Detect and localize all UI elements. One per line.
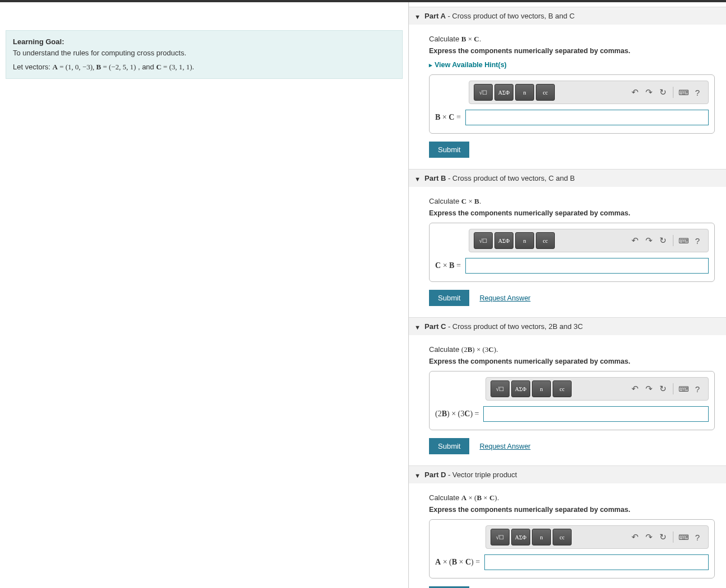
vec-b-label: B: [96, 63, 101, 71]
vectors-prefix: Let vectors:: [13, 63, 53, 71]
help-icon[interactable]: ?: [691, 234, 704, 247]
calc-times: ×: [466, 35, 474, 43]
answer-input-b[interactable]: [465, 258, 709, 274]
input-label-b: C × B =: [435, 261, 461, 270]
submit-row-b: Submit Request Answer: [429, 290, 715, 306]
part-b-subtitle: - Cross product of two vectors, C and B: [446, 174, 574, 182]
input-label-c: (2B) × (3C) =: [435, 410, 479, 418]
calc-expr: A × (B × C): [461, 493, 497, 502]
undo-icon[interactable]: ↶: [629, 86, 641, 98]
part-d-header[interactable]: ▼ Part D - Vector triple product: [409, 466, 726, 483]
part-b-title: Part B: [425, 174, 446, 182]
keyboard-icon[interactable]: ⌨: [677, 234, 690, 247]
part-c-subtitle: - Cross product of two vectors, 2B and 3…: [446, 322, 583, 331]
input-label-d: A × (B × C) =: [435, 558, 480, 567]
template-button[interactable]: √☐: [491, 380, 510, 397]
greek-button[interactable]: ΑΣΦ: [511, 529, 530, 545]
undo-icon[interactable]: ↶: [629, 383, 641, 395]
part-c-title: Part C: [425, 322, 446, 331]
calc-times: ×: [466, 197, 474, 205]
vec-c-label: C: [156, 63, 161, 71]
part-a-calc: Calculate B × C.: [429, 35, 715, 44]
part-b-body: Calculate C × B. Express the components …: [409, 187, 726, 317]
answer-input-c[interactable]: [483, 406, 709, 422]
math-toolbar: √☐ ΑΣΦ n cc ↶ ↷ ↻ ⌨ ?: [469, 81, 709, 104]
sub-button[interactable]: n: [532, 529, 551, 545]
learning-vectors: Let vectors: A = (1, 0, −3), B = (−2, 5,…: [13, 62, 395, 73]
vec-button[interactable]: cc: [536, 232, 555, 249]
greek-button[interactable]: ΑΣΦ: [494, 232, 513, 249]
caret-down-icon: ▼: [414, 13, 421, 20]
redo-icon[interactable]: ↷: [643, 86, 655, 98]
vec-c-val: = (3, 1, 1): [162, 63, 192, 71]
input-row-b: C × B =: [435, 258, 709, 274]
submit-button[interactable]: Submit: [429, 290, 469, 306]
part-c: ▼ Part C - Cross product of two vectors,…: [409, 317, 726, 465]
part-c-header[interactable]: ▼ Part C - Cross product of two vectors,…: [409, 318, 726, 335]
calc-post: .: [497, 493, 499, 502]
calc-pre: Calculate: [429, 35, 461, 43]
request-answer-link[interactable]: Request Answer: [479, 443, 530, 450]
part-d-calc: Calculate A × (B × C).: [429, 493, 715, 502]
template-button[interactable]: √☐: [491, 529, 510, 545]
keyboard-icon[interactable]: ⌨: [677, 86, 690, 98]
vec-button[interactable]: cc: [553, 529, 572, 545]
express-instruction: Express the components numerically separ…: [429, 47, 715, 55]
undo-icon[interactable]: ↶: [629, 234, 641, 247]
answer-box-c: √☐ ΑΣΦ n cc ↶ ↷ ↻ ⌨ ? (2B) × (3C) =: [429, 371, 715, 430]
part-a-header[interactable]: ▼ Part A - Cross product of two vectors,…: [409, 7, 726, 25]
separator: [673, 383, 673, 394]
part-c-body: Calculate (2B) × (3C). Express the compo…: [409, 335, 726, 465]
help-icon[interactable]: ?: [691, 86, 704, 98]
calc-pre: Calculate: [429, 493, 461, 502]
input-label-a: B × C =: [435, 113, 461, 122]
keyboard-icon[interactable]: ⌨: [677, 383, 690, 395]
main-container: Learning Goal: To understand the rules f…: [0, 2, 726, 588]
sub-button[interactable]: n: [515, 84, 534, 101]
reset-icon[interactable]: ↻: [657, 86, 669, 98]
reset-icon[interactable]: ↻: [657, 531, 669, 543]
calc-b: B: [474, 197, 479, 205]
redo-icon[interactable]: ↷: [643, 531, 655, 543]
answer-input-a[interactable]: [465, 110, 709, 125]
greek-button[interactable]: ΑΣΦ: [494, 84, 513, 101]
input-row-d: A × (B × C) =: [435, 554, 709, 570]
submit-row-c: Submit Request Answer: [429, 438, 715, 454]
submit-button[interactable]: Submit: [429, 142, 469, 158]
greek-button[interactable]: ΑΣΦ: [511, 380, 530, 397]
part-d-body: Calculate A × (B × C). Express the compo…: [409, 483, 726, 588]
vec-button[interactable]: cc: [553, 380, 572, 397]
part-a: ▼ Part A - Cross product of two vectors,…: [409, 7, 726, 169]
calc-c: C: [474, 35, 479, 43]
view-hints-link[interactable]: View Available Hint(s): [429, 61, 507, 69]
part-b-header[interactable]: ▼ Part B - Cross product of two vectors,…: [409, 170, 726, 187]
redo-icon[interactable]: ↷: [643, 234, 655, 247]
undo-icon[interactable]: ↶: [629, 531, 641, 543]
and-text: , and: [138, 63, 157, 71]
help-icon[interactable]: ?: [691, 531, 704, 543]
caret-down-icon: ▼: [414, 176, 421, 182]
submit-button[interactable]: Submit: [429, 438, 469, 454]
template-button[interactable]: √☐: [474, 232, 493, 249]
math-toolbar: √☐ ΑΣΦ n cc ↶ ↷ ↻ ⌨ ?: [485, 525, 709, 549]
part-a-subtitle: - Cross product of two vectors, B and C: [446, 12, 574, 20]
help-icon[interactable]: ?: [691, 383, 704, 395]
reset-icon[interactable]: ↻: [657, 383, 669, 395]
calc-pre: Calculate: [429, 197, 461, 205]
vec-button[interactable]: cc: [536, 84, 555, 101]
calc-post: .: [479, 35, 482, 43]
part-d: ▼ Part D - Vector triple product Calcula…: [409, 465, 726, 588]
learning-goal-desc: To understand the rules for computing cr…: [13, 48, 395, 59]
reset-icon[interactable]: ↻: [657, 234, 669, 247]
keyboard-icon[interactable]: ⌨: [677, 531, 690, 543]
input-row-c: (2B) × (3C) =: [435, 406, 709, 422]
sub-button[interactable]: n: [532, 380, 551, 397]
left-pane: Learning Goal: To understand the rules f…: [0, 2, 408, 588]
template-button[interactable]: √☐: [474, 84, 493, 101]
submit-row-a: Submit: [429, 142, 715, 158]
request-answer-link[interactable]: Request Answer: [479, 294, 530, 302]
answer-input-d[interactable]: [484, 554, 709, 570]
calc-expr: (2B) × (3C): [461, 345, 496, 354]
sub-button[interactable]: n: [515, 232, 534, 249]
redo-icon[interactable]: ↷: [643, 383, 655, 395]
